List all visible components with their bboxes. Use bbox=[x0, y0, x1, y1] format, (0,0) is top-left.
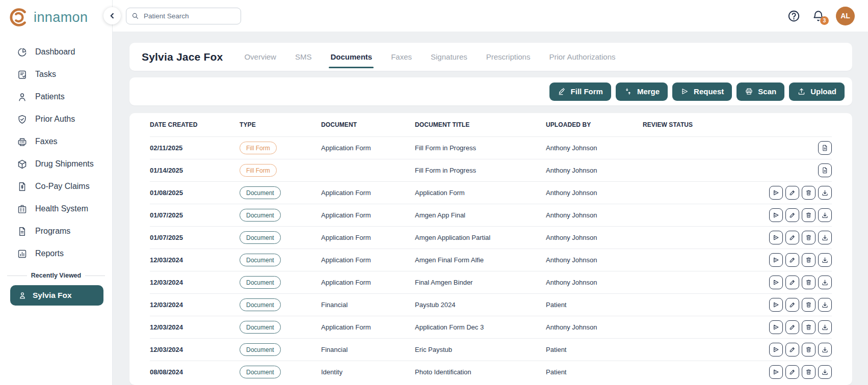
download-document-button[interactable] bbox=[818, 343, 832, 356]
tab-faxes[interactable]: Faxes bbox=[391, 43, 412, 71]
tab-signatures[interactable]: Signatures bbox=[431, 43, 467, 71]
sidebar-item-prior-auths[interactable]: Prior Auths bbox=[17, 108, 112, 130]
cell-document-title: Amgen Application Partial bbox=[415, 234, 546, 241]
row-actions bbox=[765, 141, 832, 155]
send-document-button[interactable] bbox=[769, 365, 783, 379]
sidebar-collapse-button[interactable] bbox=[103, 7, 121, 24]
delete-document-button[interactable] bbox=[802, 365, 816, 379]
col-document: DOCUMENT bbox=[321, 121, 415, 128]
cell-document: Application Form bbox=[321, 323, 415, 331]
edit-document-button[interactable] bbox=[785, 320, 799, 334]
sidebar-item-reports[interactable]: Reports bbox=[17, 242, 112, 265]
table-row: 12/03/2024 Document Application Form Amg… bbox=[150, 249, 832, 271]
sidebar-item-patients[interactable]: Patients bbox=[17, 86, 112, 108]
download-document-button[interactable] bbox=[818, 365, 832, 379]
delete-document-button[interactable] bbox=[802, 320, 816, 334]
send-icon bbox=[772, 301, 780, 309]
table-row: 12/03/2024 Document Financial Eric Payst… bbox=[150, 338, 832, 361]
cell-document: Financial bbox=[321, 346, 415, 353]
view-document-button[interactable] bbox=[818, 163, 832, 177]
user-avatar[interactable]: AL bbox=[836, 7, 855, 25]
delete-document-button[interactable] bbox=[802, 186, 816, 200]
patient-search-input[interactable] bbox=[126, 8, 241, 24]
sidebar-item-faxes[interactable]: Faxes bbox=[17, 130, 112, 153]
send-document-button[interactable] bbox=[769, 320, 783, 334]
document-icon bbox=[17, 226, 28, 237]
send-icon bbox=[772, 189, 780, 197]
download-document-button[interactable] bbox=[818, 320, 832, 334]
sidebar-item-dashboard[interactable]: Dashboard bbox=[17, 41, 112, 63]
merge-button[interactable]: Merge bbox=[616, 82, 668, 101]
sidebar-item-drug-shipments[interactable]: Drug Shipments bbox=[17, 153, 112, 175]
edit-document-button[interactable] bbox=[785, 186, 799, 200]
delete-document-button[interactable] bbox=[802, 298, 816, 312]
send-document-button[interactable] bbox=[769, 208, 783, 222]
cell-date: 02/11/2025 bbox=[150, 144, 240, 152]
send-document-button[interactable] bbox=[769, 186, 783, 200]
table-row: 12/03/2024 Document Financial Paystub 20… bbox=[150, 293, 832, 316]
cell-document: Application Form bbox=[321, 189, 415, 197]
send-icon bbox=[772, 211, 780, 219]
row-actions bbox=[765, 298, 832, 312]
send-document-button[interactable] bbox=[769, 276, 783, 289]
help-button[interactable] bbox=[787, 9, 801, 23]
fill-form-button[interactable]: Fill Form bbox=[549, 82, 611, 101]
row-actions bbox=[765, 253, 832, 267]
table-row: 01/07/2025 Document Application Form Amg… bbox=[150, 204, 832, 226]
trash-icon bbox=[805, 323, 812, 331]
pencil-icon bbox=[788, 189, 796, 197]
trash-icon bbox=[805, 189, 812, 197]
download-document-button[interactable] bbox=[818, 231, 832, 244]
send-document-button[interactable] bbox=[769, 253, 783, 267]
download-document-button[interactable] bbox=[818, 276, 832, 289]
tab-overview[interactable]: Overview bbox=[244, 43, 276, 71]
delete-document-button[interactable] bbox=[802, 343, 816, 356]
hospital-icon bbox=[17, 204, 28, 214]
cell-uploaded-by: Anthony Johnson bbox=[546, 189, 643, 197]
tab-prescriptions[interactable]: Prescriptions bbox=[486, 43, 531, 71]
edit-document-button[interactable] bbox=[785, 276, 799, 289]
sidebar-item-tasks[interactable]: Tasks bbox=[17, 63, 112, 86]
tab-sms[interactable]: SMS bbox=[295, 43, 312, 71]
type-badge: Document bbox=[240, 209, 281, 222]
download-document-button[interactable] bbox=[818, 298, 832, 312]
tab-documents[interactable]: Documents bbox=[330, 43, 372, 71]
recent-patient-sylvia-fox[interactable]: Sylvia Fox bbox=[10, 285, 103, 306]
edit-document-button[interactable] bbox=[785, 298, 799, 312]
edit-document-button[interactable] bbox=[785, 253, 799, 267]
request-button[interactable]: Request bbox=[672, 82, 732, 101]
type-badge: Fill Form bbox=[240, 164, 277, 177]
scan-button[interactable]: Scan bbox=[737, 82, 784, 101]
edit-document-button[interactable] bbox=[785, 208, 799, 222]
download-document-button[interactable] bbox=[818, 208, 832, 222]
row-actions bbox=[765, 276, 832, 289]
delete-document-button[interactable] bbox=[802, 276, 816, 289]
edit-document-button[interactable] bbox=[785, 343, 799, 356]
delete-document-button[interactable] bbox=[802, 208, 816, 222]
patients-icon bbox=[17, 92, 28, 102]
upload-button[interactable]: Upload bbox=[789, 82, 845, 101]
type-badge: Document bbox=[240, 343, 281, 356]
package-icon bbox=[17, 159, 28, 170]
table-body: 02/11/2025 Fill Form Application Form Fi… bbox=[150, 136, 832, 383]
send-icon bbox=[772, 346, 780, 353]
send-document-button[interactable] bbox=[769, 343, 783, 356]
view-document-button[interactable] bbox=[818, 141, 832, 155]
download-document-button[interactable] bbox=[818, 253, 832, 267]
download-document-button[interactable] bbox=[818, 186, 832, 200]
send-document-button[interactable] bbox=[769, 231, 783, 244]
tab-prior-authorizations[interactable]: Prior Authorizations bbox=[549, 43, 615, 71]
delete-document-button[interactable] bbox=[802, 253, 816, 267]
cell-uploaded-by: Anthony Johnson bbox=[546, 211, 643, 219]
row-actions bbox=[765, 365, 832, 379]
sidebar-nav: Dashboard Tasks Patients Prior Auths Fax… bbox=[0, 31, 112, 265]
sidebar-item-health-system[interactable]: Health System bbox=[17, 198, 112, 220]
delete-document-button[interactable] bbox=[802, 231, 816, 244]
pencil-icon bbox=[788, 234, 796, 241]
send-document-button[interactable] bbox=[769, 298, 783, 312]
edit-document-button[interactable] bbox=[785, 365, 799, 379]
sidebar-item-co-pay-claims[interactable]: Co-Pay Claims bbox=[17, 175, 112, 198]
edit-document-button[interactable] bbox=[785, 231, 799, 244]
sidebar-item-programs[interactable]: Programs bbox=[17, 220, 112, 242]
notifications-button[interactable]: 3 bbox=[811, 9, 825, 23]
